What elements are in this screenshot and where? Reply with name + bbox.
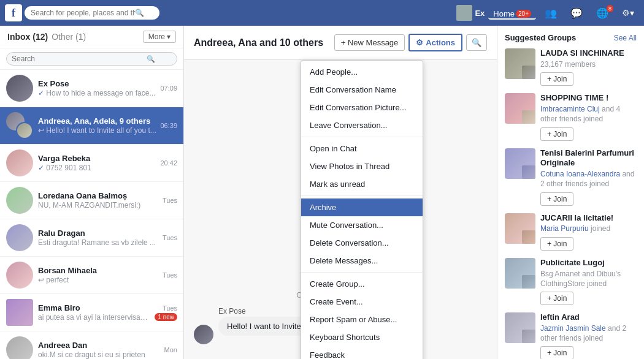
inbox-name: Loredana Oana Balmoș: [38, 191, 159, 200]
inbox-time: 07:09: [160, 85, 177, 92]
see-all-link[interactable]: See All: [614, 34, 637, 42]
dropdown-item-report-spam[interactable]: Report Spam or Abuse...: [301, 311, 423, 328]
inbox-tab[interactable]: Inbox (12): [7, 32, 48, 42]
group-name: SHOPPING TIME !: [540, 93, 637, 104]
join-button[interactable]: + Join: [540, 292, 573, 305]
join-button[interactable]: + Join: [540, 72, 573, 86]
main-content: Andreea, Ana and 10 others + New Message…: [184, 26, 497, 359]
inbox-item-emma[interactable]: Emma Biro ai putea sa vi ayi la interser…: [0, 294, 183, 331]
group-avatar: [505, 48, 535, 79]
inbox-time: Tues: [163, 234, 177, 241]
inbox-preview: oki.M si ce dragut si eu si prieten: [38, 350, 161, 359]
group-avatar: [505, 213, 535, 244]
dropdown-item-view-photos[interactable]: View Photos in Thread: [301, 157, 423, 175]
gear-icon: ⚙: [416, 38, 423, 47]
settings-icon-btn[interactable]: ⚙▾: [617, 6, 639, 20]
search-input[interactable]: [31, 9, 135, 17]
group-name: JUCARII la licitatie!: [540, 213, 637, 224]
group-avatar: [505, 93, 535, 124]
inbox-name: Andreea, Ana, Adela, 9 others: [38, 116, 156, 126]
more-button[interactable]: More ▾: [143, 31, 176, 43]
group-info: Tenisi Balerini Parfumuri Originale Cotu…: [540, 148, 637, 206]
suggested-groups-title: Suggested Groups: [505, 33, 576, 42]
join-button[interactable]: + Join: [540, 127, 573, 141]
join-button[interactable]: + Join: [540, 237, 573, 251]
dropdown-item-open-chat[interactable]: Open in Chat: [301, 140, 423, 157]
group-members: 23,167 members: [540, 60, 637, 70]
group-avatar: [505, 148, 535, 179]
suggested-group-item: JUCARII la licitatie! Maria Purpuriu joi…: [505, 213, 637, 251]
dropdown-section-3: Archive Mute Conversation... Delete Conv…: [301, 196, 423, 273]
friend-link[interactable]: Imbracaminte Cluj: [540, 105, 600, 113]
friends-icon-btn[interactable]: 👥: [540, 5, 562, 21]
dropdown-item-add-people[interactable]: Add People...: [301, 63, 423, 81]
inbox-tabs: Inbox (12) Other (1): [7, 32, 86, 42]
join-button[interactable]: + Join: [540, 346, 573, 359]
inbox-time: Tues: [163, 197, 177, 204]
notifications-icon-btn[interactable]: 🌐8: [591, 5, 613, 21]
inbox-item-ralu[interactable]: Ralu Dragan Esti draguta! Ramane sa vb z…: [0, 219, 183, 257]
suggested-group-item: Publicitate Lugoj Bsg Amanet and Dibuu's…: [505, 258, 637, 305]
message-avatar: [194, 325, 213, 344]
dropdown-item-archive[interactable]: Archive: [301, 198, 423, 216]
inbox-time: 20:42: [160, 159, 177, 167]
conversation-title: Andreea, Ana and 10 others: [194, 37, 323, 48]
dropdown-item-edit-name[interactable]: Edit Conversation Name: [301, 81, 423, 99]
dropdown-item-create-group[interactable]: Create Group...: [301, 275, 423, 293]
group-info: Publicitate Lugoj Bsg Amanet and Dibuu's…: [540, 258, 637, 305]
dropdown-item-keyboard-shortcuts[interactable]: Keyboard Shortcuts: [301, 328, 423, 346]
inbox-item-group-andreea[interactable]: Andreea, Ana, Adela, 9 others ↩ Hello! I…: [0, 107, 183, 145]
friend-link[interactable]: Maria Purpuriu: [540, 224, 589, 233]
chevron-down-icon: ▾: [167, 32, 171, 41]
dropdown-item-delete-messages[interactable]: Delete Messages...: [301, 252, 423, 270]
inbox-item-loredana[interactable]: Loredana Oana Balmoș NU, M-AM RAZGANDIT.…: [0, 182, 183, 219]
friend-link[interactable]: Jazmin Jasmin Sale: [540, 324, 606, 333]
inbox-item-varga[interactable]: Varga Rebeka ✓ 0752 901 801 20:42: [0, 145, 183, 182]
join-button[interactable]: + Join: [540, 192, 573, 206]
inbox-preview: Esti draguta! Ramane sa vb zilele ...: [38, 238, 159, 247]
inbox-badge: 1 new: [155, 313, 177, 321]
inbox-preview: ✓ 0752 901 801: [38, 164, 156, 172]
new-message-button[interactable]: + New Message: [334, 34, 405, 51]
inbox-item-explose[interactable]: Ex Pose ✓ How to hide a message on face.…: [0, 70, 183, 107]
dropdown-item-mute[interactable]: Mute Conversation...: [301, 216, 423, 234]
inbox-preview: NU, M-AM RAZGANDIT.mersi:): [38, 201, 159, 210]
search-bar[interactable]: 🔍: [25, 6, 159, 20]
home-label: Home: [493, 9, 515, 18]
inbox-search-bar: 🔍: [0, 48, 183, 70]
facebook-logo: f: [5, 4, 22, 21]
suggested-group-item: Ieftin Arad Jazmin Jasmin Sale and 2 oth…: [505, 312, 637, 359]
inbox-name: Andreea Dan: [38, 341, 161, 350]
dropdown-item-edit-picture[interactable]: Edit Conversation Picture...: [301, 99, 423, 116]
inbox-time: 06:39: [160, 122, 177, 129]
inbox-name: Emma Biro: [38, 303, 151, 312]
other-tab[interactable]: Other (1): [52, 32, 86, 42]
dropdown-section-2: Open in Chat View Photos in Thread Mark …: [301, 137, 423, 196]
inbox-count: (12): [33, 32, 48, 42]
actions-button[interactable]: ⚙ Actions: [408, 34, 462, 51]
group-sub: Maria Purpuriu joined: [540, 224, 637, 234]
inbox-preview: ✓ How to hide a message on face...: [38, 89, 156, 97]
conversation-search-button[interactable]: 🔍: [466, 34, 487, 51]
dropdown-item-create-event[interactable]: Create Event...: [301, 293, 423, 311]
friend-link[interactable]: Cotuna Ioana-Alexandra: [540, 170, 620, 178]
dropdown-item-mark-unread[interactable]: Mark as unread: [301, 175, 423, 193]
home-button[interactable]: Home 20+: [488, 7, 536, 20]
nav-profile[interactable]: Ex: [456, 5, 485, 21]
inbox-search-input[interactable]: [12, 55, 147, 63]
dropdown-item-feedback[interactable]: Feedback: [301, 346, 423, 359]
group-sub: Imbracaminte Cluj and 4 other friends jo…: [540, 105, 637, 124]
group-info: JUCARII la licitatie! Maria Purpuriu joi…: [540, 213, 637, 251]
inbox-label: Inbox: [7, 32, 30, 42]
group-avatar: [505, 312, 535, 343]
inbox-item-borsan[interactable]: Borsan Mihaela ↩ perfect Tues: [0, 257, 183, 294]
group-info: SHOPPING TIME ! Imbracaminte Cluj and 4 …: [540, 93, 637, 140]
inbox-preview: ↩ perfect: [38, 276, 159, 284]
inbox-name: Ex Pose: [38, 79, 156, 88]
messages-icon-btn[interactable]: 💬: [565, 5, 588, 21]
dropdown-item-leave[interactable]: Leave Conversation...: [301, 116, 423, 134]
inbox-name: Ralu Dragan: [38, 229, 159, 238]
inbox-item-andreea-dan[interactable]: Andreea Dan oki.M si ce dragut si eu si …: [0, 331, 183, 359]
top-navigation: f 🔍 Ex Home 20+ 👥 💬 🌐8 ⚙▾: [0, 0, 644, 26]
dropdown-item-delete-convo[interactable]: Delete Conversation...: [301, 234, 423, 252]
